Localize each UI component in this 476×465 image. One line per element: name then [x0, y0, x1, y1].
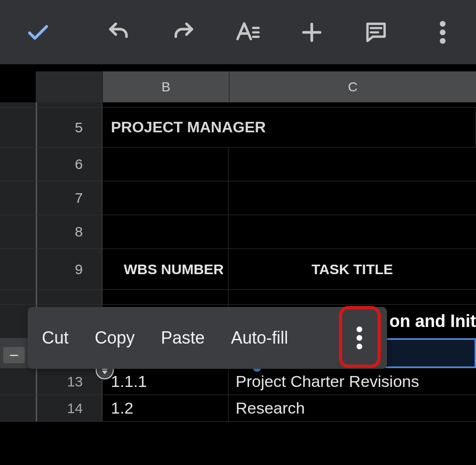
cell-b14[interactable]: 1.2: [102, 395, 228, 421]
svg-point-2: [440, 38, 446, 44]
svg-point-0: [440, 21, 446, 27]
row-number-label: 5: [75, 119, 83, 136]
context-menu-autofill[interactable]: Auto-fill: [231, 328, 288, 348]
row-gap: [0, 290, 476, 305]
insert-button[interactable]: [298, 20, 326, 45]
spreadsheet: B C 5 PROJECT MANAGER 6 7 8 9 WBS NUMBER…: [0, 64, 476, 465]
cell-b13[interactable]: 1.1.1: [102, 368, 228, 395]
column-header-c[interactable]: C: [229, 71, 476, 102]
svg-point-5: [357, 344, 362, 349]
row-number-label: 8: [75, 224, 83, 240]
context-menu-more-button[interactable]: [346, 325, 373, 351]
row-6[interactable]: 6: [0, 148, 476, 181]
context-menu: Cut Copy Paste Auto-fill: [28, 307, 387, 369]
row-number-label: 14: [67, 400, 83, 416]
undo-button[interactable]: [105, 20, 133, 45]
row-number-label: 9: [75, 261, 83, 277]
cell-c9[interactable]: TASK TITLE: [228, 249, 476, 289]
row-number[interactable]: 14: [0, 395, 102, 421]
accept-button[interactable]: [24, 20, 52, 45]
context-menu-cut[interactable]: Cut: [42, 328, 69, 348]
row-number[interactable]: 5: [0, 108, 102, 147]
toolbar: [0, 0, 476, 64]
text-format-button[interactable]: [233, 19, 262, 46]
svg-point-1: [440, 30, 446, 35]
column-headers: B C: [36, 71, 476, 102]
row-number[interactable]: 13: [0, 368, 102, 395]
row-number[interactable]: 9: [0, 249, 102, 289]
rows-area: 5 PROJECT MANAGER 6 7 8 9 WBS NUMBER TAS…: [0, 102, 476, 465]
column-header-b[interactable]: B: [103, 71, 229, 102]
svg-point-3: [357, 326, 362, 332]
cell-b8[interactable]: [102, 215, 228, 248]
svg-point-4: [357, 335, 362, 341]
toolbar-more-button[interactable]: [433, 21, 452, 44]
cell-c6[interactable]: [228, 148, 476, 181]
cell-c14[interactable]: Research: [228, 395, 476, 421]
row-5[interactable]: 5 PROJECT MANAGER: [0, 108, 476, 148]
cell-b7[interactable]: [102, 181, 228, 215]
row-9[interactable]: 9 WBS NUMBER TASK TITLE: [0, 249, 476, 290]
cell-b9[interactable]: WBS NUMBER: [102, 249, 228, 289]
cell-c8[interactable]: [228, 215, 476, 248]
group-collapse-button[interactable]: −: [3, 347, 25, 363]
row-number-label: 6: [75, 156, 83, 172]
row-number[interactable]: 8: [0, 215, 102, 248]
cell-c13[interactable]: Project Charter Revisions: [228, 368, 476, 395]
cell-b6[interactable]: [102, 148, 228, 181]
cell-b5[interactable]: PROJECT MANAGER: [102, 108, 476, 147]
row-number-label: 13: [67, 374, 83, 390]
row-13[interactable]: 13 1.1.1 Project Charter Revisions: [0, 368, 476, 395]
row-8[interactable]: 8: [0, 215, 476, 249]
row-7[interactable]: 7: [0, 181, 476, 215]
row-14[interactable]: 14 1.2 Research: [0, 395, 476, 422]
column-header-a[interactable]: [36, 71, 103, 102]
context-menu-paste[interactable]: Paste: [161, 328, 205, 348]
cell-c7[interactable]: [228, 181, 476, 215]
row-number[interactable]: 6: [0, 148, 102, 181]
redo-button[interactable]: [169, 20, 198, 45]
context-menu-copy[interactable]: Copy: [95, 328, 135, 348]
row-number-label: 7: [75, 190, 83, 206]
comment-button[interactable]: [362, 20, 390, 45]
row-number[interactable]: 7: [0, 181, 102, 215]
